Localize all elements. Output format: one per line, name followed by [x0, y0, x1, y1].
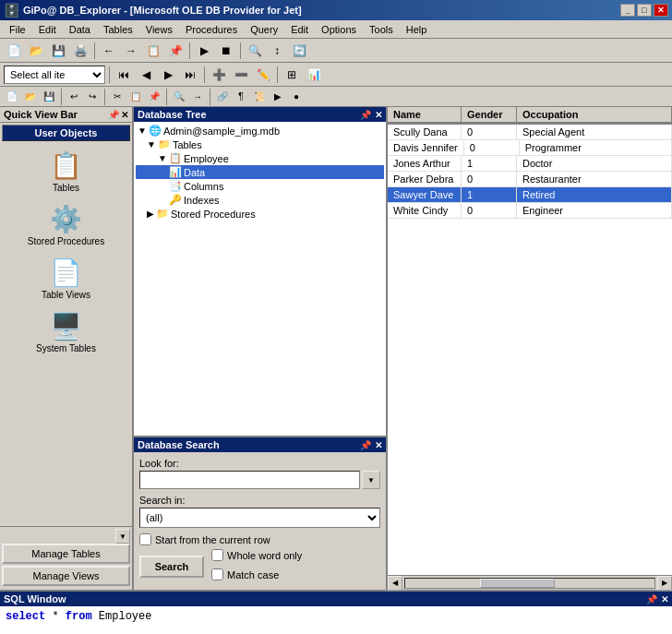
table-row[interactable]: White Cindy0Engineer [388, 203, 672, 219]
toolbar-paste2[interactable]: 📌 [146, 89, 162, 105]
sql-content[interactable]: select * from Employee [0, 606, 672, 634]
manage-tables-button[interactable]: Manage Tables [2, 544, 130, 564]
tree-node-columns[interactable]: 📑 Columns [136, 179, 384, 193]
tree-close-icon[interactable]: ✕ [375, 110, 382, 120]
qvb-pin[interactable]: 📌 [108, 110, 119, 120]
start-from-current-checkbox[interactable] [139, 533, 151, 545]
qvb-item-table-views[interactable]: 📄 Table Views [2, 254, 130, 304]
match-case-checkbox[interactable] [211, 568, 223, 580]
menu-file[interactable]: File [4, 20, 31, 38]
toolbar-redo[interactable]: ↪ [84, 89, 101, 105]
menu-edit[interactable]: Edit [33, 20, 62, 38]
toolbar-filter[interactable]: 🔍 [245, 41, 265, 61]
sql-pin-icon[interactable]: 📌 [646, 594, 657, 604]
toolbar-doc-save[interactable]: 💾 [41, 89, 57, 105]
tree-node-data[interactable]: 📊 Data [136, 165, 384, 179]
maximize-button[interactable]: □ [637, 4, 652, 17]
qvb-item-stored-procedures[interactable]: ⚙️ Stored Procedures [2, 200, 130, 250]
menu-data[interactable]: Data [64, 20, 96, 38]
table-row[interactable]: Sawyer Dave1Retired [388, 187, 672, 203]
toolbar-next[interactable]: ▶ [158, 65, 178, 85]
toolbar-paste[interactable]: 📌 [165, 41, 186, 61]
toolbar-sort[interactable]: ↕ [267, 41, 287, 61]
toolbar-dot[interactable]: ● [288, 89, 305, 105]
menu-views[interactable]: Views [140, 20, 178, 38]
toolbar-del-row[interactable]: ➖ [231, 65, 251, 85]
menu-procedures[interactable]: Procedures [180, 20, 243, 38]
look-for-dropdown[interactable]: ▼ [362, 471, 380, 489]
toolbar-open[interactable]: 📂 [26, 41, 46, 61]
toolbar-run2[interactable]: ▶ [270, 89, 286, 105]
toolbar-chart[interactable]: 📊 [304, 65, 324, 85]
tree-node-root[interactable]: ▼ 🌐 Admin@sample_img.mdb [136, 124, 384, 138]
toolbar-find[interactable]: 🔍 [171, 89, 187, 105]
menu-tools[interactable]: Tools [364, 20, 399, 38]
toolbar-doc-new[interactable]: 📄 [4, 89, 20, 105]
select-all-items[interactable]: Select all ite [4, 66, 105, 84]
whole-word-checkbox[interactable] [211, 549, 223, 561]
toolbar-doc-open[interactable]: 📂 [22, 89, 39, 105]
tree-node-employee[interactable]: ▼ 📋 Employee [136, 151, 384, 165]
qvb-item-system-tables[interactable]: 🖥️ System Tables [2, 307, 130, 357]
qvb-item-tables[interactable]: 📋 Tables [2, 147, 130, 197]
data-grid-body: Scully Dana0Special AgentDavis Jennifer0… [388, 125, 672, 575]
toolbar-new[interactable]: 📄 [4, 41, 24, 61]
search-pin-icon[interactable]: 📌 [360, 440, 371, 450]
scroll-right[interactable]: ▶ [657, 576, 672, 591]
toolbar-refresh[interactable]: 🔄 [289, 41, 309, 61]
col-header-gender[interactable]: Gender [462, 107, 517, 124]
search-button[interactable]: Search [139, 556, 204, 578]
toolbar-edit[interactable]: ✏️ [253, 65, 273, 85]
toolbar-last[interactable]: ⏭ [180, 65, 200, 85]
toolbar-add-row[interactable]: ➕ [209, 65, 229, 85]
menu-query[interactable]: Query [245, 20, 283, 38]
tree-node-stored-procedures[interactable]: ▶ 📁 Stored Procedures [136, 207, 384, 221]
search-close-icon[interactable]: ✕ [375, 440, 382, 450]
qvb-close[interactable]: ✕ [121, 110, 128, 120]
search-in-select[interactable]: (all) Name Value [139, 508, 380, 528]
qvb-scroll-down[interactable]: ▼ [115, 529, 130, 544]
sql-close-icon[interactable]: ✕ [661, 594, 668, 604]
toolbar-prev[interactable]: ◀ [136, 65, 156, 85]
toolbar-forward[interactable]: → [121, 41, 141, 61]
menu-edit2[interactable]: Edit [285, 20, 314, 38]
table-row[interactable]: Jones Arthur1Doctor [388, 156, 672, 172]
tree-node-indexes[interactable]: 🔑 Indexes [136, 193, 384, 207]
toolbar-save[interactable]: 💾 [48, 41, 68, 61]
toolbar-script[interactable]: 📜 [251, 89, 268, 105]
toolbar-first[interactable]: ⏮ [114, 65, 134, 85]
minimize-button[interactable]: _ [620, 4, 635, 17]
cell-occupation: Programmer [520, 140, 672, 155]
menu-help[interactable]: Help [401, 20, 433, 38]
tree-node-tables[interactable]: ▼ 📁 Tables [136, 138, 384, 151]
col-header-occupation[interactable]: Occupation [517, 107, 672, 124]
manage-views-button[interactable]: Manage Views [2, 566, 130, 586]
look-for-input[interactable] [139, 471, 360, 489]
database-search: Database Search 📌 ✕ Look for: ▼ [134, 437, 386, 590]
scroll-left[interactable]: ◀ [388, 576, 402, 591]
start-from-current-row: Start from the current row [139, 533, 380, 545]
col-header-name[interactable]: Name [388, 107, 462, 124]
toolbar-copy[interactable]: 📋 [143, 41, 163, 61]
toolbar-stop[interactable]: ⏹ [216, 41, 236, 61]
toolbar-para[interactable]: ¶ [233, 89, 249, 105]
tab-user-objects[interactable]: User Objects [2, 125, 130, 141]
toolbar-back[interactable]: ← [99, 41, 119, 61]
table-row[interactable]: Scully Dana0Special Agent [388, 125, 672, 140]
toolbar-cols[interactable]: ⊞ [282, 65, 302, 85]
toolbar-print[interactable]: 🖨️ [70, 41, 90, 61]
close-button[interactable]: ✕ [654, 4, 668, 17]
menu-tables[interactable]: Tables [98, 20, 138, 38]
menu-options[interactable]: Options [316, 20, 362, 38]
table-row[interactable]: Davis Jennifer0Programmer [388, 140, 672, 156]
toolbar-copy2[interactable]: 📋 [127, 89, 144, 105]
toolbar-run[interactable]: ▶ [194, 41, 214, 61]
toolbar-undo[interactable]: ↩ [66, 89, 82, 105]
scrollbar-track[interactable] [404, 578, 655, 589]
toolbar-cut[interactable]: ✂ [109, 89, 126, 105]
toolbar-goto[interactable]: → [189, 89, 206, 105]
qvb-scroll: ▼ [2, 529, 130, 544]
table-row[interactable]: Parker Debra0Restauranter [388, 172, 672, 187]
toolbar-link[interactable]: 🔗 [214, 89, 231, 105]
tree-pin-icon[interactable]: 📌 [360, 110, 371, 120]
